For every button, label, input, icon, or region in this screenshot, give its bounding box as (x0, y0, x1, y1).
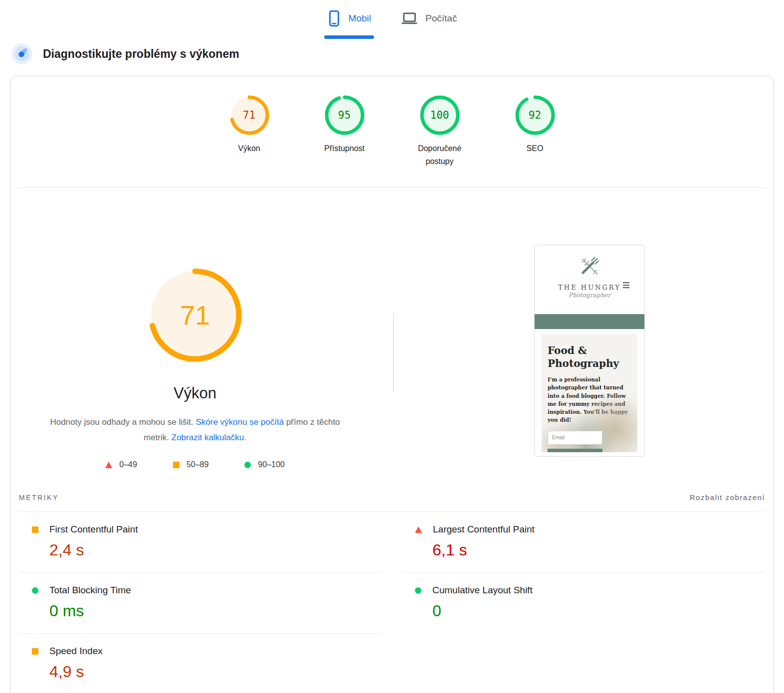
pagespeed-insights-report: Mobil Počítač Diagnostikujte problémy s … (0, 0, 784, 693)
metric-speed-index: Speed Index 4,9 s (19, 634, 382, 693)
performance-title: Výkon (10, 384, 380, 402)
speedometer-logo-icon (11, 43, 33, 65)
category-gauge-performance[interactable]: 71 Výkon (201, 95, 297, 168)
metric-first-contentful-paint: First Contentful Paint 2,4 s (19, 512, 382, 573)
metrics-grid: First Contentful Paint 2,4 s Largest Con… (19, 512, 765, 693)
vertical-divider (393, 314, 394, 392)
performance-score-gauge: 71 (229, 95, 269, 135)
device-tabs: Mobil Počítač (0, 7, 784, 35)
best-practices-score-gauge: 100 (420, 95, 460, 135)
metric-cumulative-layout-shift: Cumulative Layout Shift 0 (402, 573, 765, 634)
metrics-header: METRIKY Rozbalit zobrazení (19, 493, 765, 502)
tab-desktop-label: Počítač (425, 13, 457, 24)
metric-empty-cell (402, 634, 765, 693)
score-legend: 0–49 50–89 90–100 (10, 460, 380, 469)
tab-desktop[interactable]: Počítač (400, 7, 458, 35)
accessibility-score-gauge: 95 (325, 95, 365, 135)
section-header: Diagnostikujte problémy s výkonem (11, 43, 239, 65)
legend-item-pass: 90–100 (244, 460, 284, 469)
fork-sprig-logo-icon (576, 253, 603, 281)
pass-circle-icon (415, 587, 421, 594)
pass-circle-icon (32, 587, 38, 594)
average-square-icon (32, 648, 38, 655)
fail-triangle-icon (105, 462, 112, 468)
site-logo: THE HUNGRY Photographer (535, 245, 644, 299)
smartphone-icon (327, 10, 341, 27)
fail-triangle-icon (415, 526, 422, 533)
laptop-icon (401, 11, 418, 26)
section-divider (18, 187, 766, 188)
pass-circle-icon (244, 462, 251, 468)
report-card: 71 Výkon 95 Přístupnost (10, 76, 774, 693)
expand-view-button[interactable]: Rozbalit zobrazení (690, 493, 765, 502)
score-calculation-link[interactable]: Skóre výkonu se počítá (196, 417, 284, 427)
metrics-section-title: METRIKY (19, 494, 59, 502)
average-square-icon (32, 526, 38, 533)
site-hero-section: Food & Photography I'm a professional ph… (542, 334, 637, 452)
page-title: Diagnostikujte problémy s výkonem (43, 47, 239, 61)
show-calculator-link[interactable]: Zobrazit kalkulačku. (172, 433, 246, 442)
category-gauge-seo[interactable]: 92 SEO (487, 95, 583, 168)
category-scores: 71 Výkon 95 Přístupnost (10, 95, 774, 168)
legend-item-fail: 0–49 (105, 460, 137, 469)
final-screenshot-thumbnail: THE HUNGRY Photographer Food & Photograp… (534, 245, 645, 457)
metric-largest-contentful-paint: Largest Contentful Paint 6,1 s (402, 512, 765, 573)
metric-total-blocking-time: Total Blocking Time 0 ms (19, 573, 382, 634)
category-gauge-accessibility[interactable]: 95 Přístupnost (297, 95, 392, 168)
follow-button: Follow Me! (548, 449, 602, 452)
performance-main-gauge: 71 (146, 266, 244, 364)
site-heading: Food & Photography (548, 344, 622, 370)
site-nav-banner (535, 314, 644, 329)
seo-score-gauge: 92 (515, 95, 555, 135)
disclaimer-text: Hodnoty jsou odhady a mohou se lišit. (50, 417, 196, 427)
performance-disclaimer: Hodnoty jsou odhady a mohou se lišit. Sk… (40, 414, 350, 446)
tab-mobile-label: Mobil (349, 13, 371, 24)
average-square-icon (173, 462, 180, 468)
tab-mobile[interactable]: Mobil (326, 7, 372, 35)
category-gauge-best-practices[interactable]: 100 Doporučené postupy (392, 95, 487, 168)
active-tab-indicator (324, 35, 374, 39)
email-input: Email (548, 431, 602, 445)
legend-item-average: 50–89 (173, 460, 209, 469)
hamburger-menu-icon (623, 282, 629, 288)
site-brand-script: Photographer (535, 292, 644, 299)
